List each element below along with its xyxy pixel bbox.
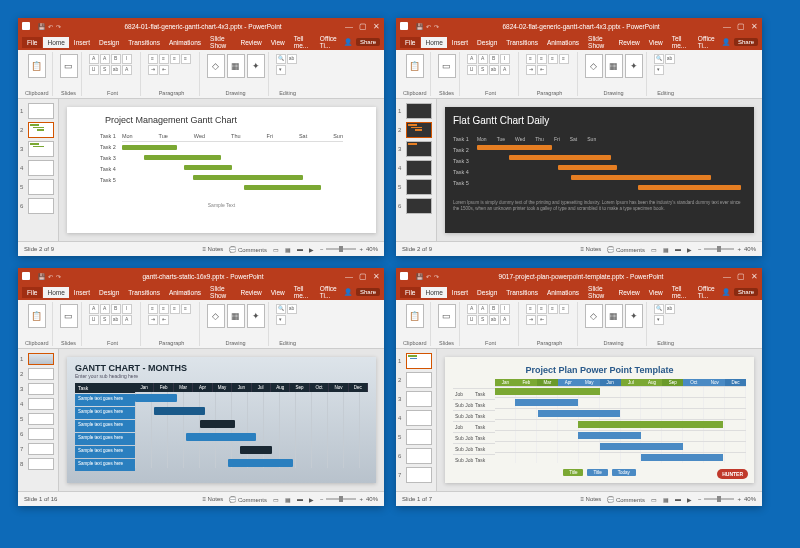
arrange-button[interactable]: ▦	[605, 304, 623, 328]
newslide-button[interactable]: ▭	[438, 54, 456, 78]
thumb-3[interactable]: 3	[398, 141, 434, 157]
tab-design[interactable]: Design	[473, 37, 501, 48]
tab-transitions[interactable]: Transitions	[124, 37, 164, 48]
view-normal-icon[interactable]: ▭	[651, 246, 657, 253]
tab-animations[interactable]: Animations	[543, 37, 583, 48]
minimize-icon[interactable]: —	[723, 22, 731, 31]
thumb-4[interactable]: 4	[398, 160, 434, 176]
view-sorter-icon[interactable]: ▦	[663, 496, 669, 503]
newslide-button[interactable]: ▭	[60, 304, 78, 328]
tab-view[interactable]: View	[267, 287, 289, 298]
notes-button[interactable]: ≡ Notes	[202, 246, 223, 252]
minimize-icon[interactable]: —	[723, 272, 731, 281]
view-slideshow-icon[interactable]: ▶	[687, 496, 692, 503]
minimize-icon[interactable]: —	[345, 22, 353, 31]
thumb-7[interactable]: 7	[20, 443, 56, 455]
redo-icon[interactable]: ↷	[434, 23, 439, 30]
save-icon[interactable]: 💾	[416, 23, 423, 30]
tab-tellme[interactable]: Tell me...	[290, 33, 315, 51]
redo-icon[interactable]: ↷	[56, 23, 61, 30]
zoom-control[interactable]: −+40%	[698, 246, 756, 252]
thumb-5[interactable]: 5	[20, 413, 56, 425]
thumb-8[interactable]: 8	[20, 458, 56, 470]
thumb-2[interactable]: 2	[398, 372, 434, 388]
user-icon[interactable]: 👤	[722, 288, 730, 296]
thumb-3[interactable]: 3	[20, 141, 56, 157]
tab-file[interactable]: File	[22, 37, 42, 48]
view-reading-icon[interactable]: ▬	[675, 246, 681, 252]
comments-button[interactable]: 💬 Comments	[229, 496, 267, 503]
thumb-4[interactable]: 4	[398, 410, 434, 426]
quickstyles-button[interactable]: ✦	[247, 54, 265, 78]
paste-button[interactable]: 📋	[28, 54, 46, 78]
tab-review[interactable]: Review	[236, 287, 265, 298]
share-button[interactable]: Share	[356, 38, 380, 46]
view-sorter-icon[interactable]: ▦	[285, 496, 291, 503]
shapes-button[interactable]: ◇	[585, 54, 603, 78]
thumb-5[interactable]: 5	[398, 179, 434, 195]
minimize-icon[interactable]: —	[345, 272, 353, 281]
thumb-3[interactable]: 3	[398, 391, 434, 407]
tab-design[interactable]: Design	[95, 287, 123, 298]
close-icon[interactable]: ✕	[373, 22, 380, 31]
view-sorter-icon[interactable]: ▦	[663, 246, 669, 253]
thumb-7[interactable]: 7	[398, 467, 434, 483]
tab-slideshow[interactable]: Slide Show	[584, 33, 613, 51]
tab-review[interactable]: Review	[614, 37, 643, 48]
tab-animations[interactable]: Animations	[543, 287, 583, 298]
slide-canvas[interactable]: Project Plan Power Point Template JobTas…	[437, 349, 762, 491]
tab-animations[interactable]: Animations	[165, 287, 205, 298]
comments-button[interactable]: 💬 Comments	[607, 496, 645, 503]
arrange-button[interactable]: ▦	[227, 304, 245, 328]
font-controls[interactable]: AABIUSabA	[89, 54, 137, 75]
thumb-4[interactable]: 4	[20, 160, 56, 176]
tab-file[interactable]: File	[400, 287, 420, 298]
tab-review[interactable]: Review	[236, 37, 265, 48]
tab-office[interactable]: Office Ti...	[694, 33, 721, 51]
tab-transitions[interactable]: Transitions	[124, 287, 164, 298]
view-reading-icon[interactable]: ▬	[297, 496, 303, 502]
redo-icon[interactable]: ↷	[56, 273, 61, 280]
notes-button[interactable]: ≡ Notes	[580, 496, 601, 502]
thumb-6[interactable]: 6	[398, 198, 434, 214]
close-icon[interactable]: ✕	[751, 22, 758, 31]
view-slideshow-icon[interactable]: ▶	[687, 246, 692, 253]
tab-design[interactable]: Design	[95, 37, 123, 48]
tab-tellme[interactable]: Tell me...	[290, 283, 315, 301]
thumb-2[interactable]: 2	[20, 122, 56, 138]
share-button[interactable]: Share	[356, 288, 380, 296]
view-reading-icon[interactable]: ▬	[297, 246, 303, 252]
view-slideshow-icon[interactable]: ▶	[309, 496, 314, 503]
undo-icon[interactable]: ↶	[426, 273, 431, 280]
tab-design[interactable]: Design	[473, 287, 501, 298]
tab-tellme[interactable]: Tell me...	[668, 33, 693, 51]
maximize-icon[interactable]: ▢	[359, 272, 367, 281]
slide-canvas[interactable]: Project Management Gantt Chart Task 1 Ta…	[59, 99, 384, 241]
tab-view[interactable]: View	[645, 287, 667, 298]
newslide-button[interactable]: ▭	[438, 304, 456, 328]
thumb-1[interactable]: 1	[20, 353, 56, 365]
thumb-6[interactable]: 6	[20, 198, 56, 214]
view-normal-icon[interactable]: ▭	[273, 246, 279, 253]
maximize-icon[interactable]: ▢	[737, 22, 745, 31]
para-controls[interactable]: ≡≡≡≡⇥⇤	[148, 54, 196, 75]
thumb-2[interactable]: 2	[398, 122, 434, 138]
comments-button[interactable]: 💬 Comments	[229, 246, 267, 253]
user-icon[interactable]: 👤	[722, 38, 730, 46]
tab-view[interactable]: View	[267, 37, 289, 48]
notes-button[interactable]: ≡ Notes	[580, 246, 601, 252]
redo-icon[interactable]: ↷	[434, 273, 439, 280]
tab-transitions[interactable]: Transitions	[502, 287, 542, 298]
slide-canvas[interactable]: GANTT CHART - MONTHS Enter your sub head…	[59, 349, 384, 491]
user-icon[interactable]: 👤	[344, 38, 352, 46]
view-slideshow-icon[interactable]: ▶	[309, 246, 314, 253]
paste-button[interactable]: 📋	[406, 54, 424, 78]
close-icon[interactable]: ✕	[751, 272, 758, 281]
paste-button[interactable]: 📋	[28, 304, 46, 328]
tab-file[interactable]: File	[22, 287, 42, 298]
notes-button[interactable]: ≡ Notes	[202, 496, 223, 502]
maximize-icon[interactable]: ▢	[359, 22, 367, 31]
thumb-1[interactable]: 1	[398, 103, 434, 119]
view-sorter-icon[interactable]: ▦	[285, 246, 291, 253]
tab-office[interactable]: Office Ti...	[316, 283, 343, 301]
